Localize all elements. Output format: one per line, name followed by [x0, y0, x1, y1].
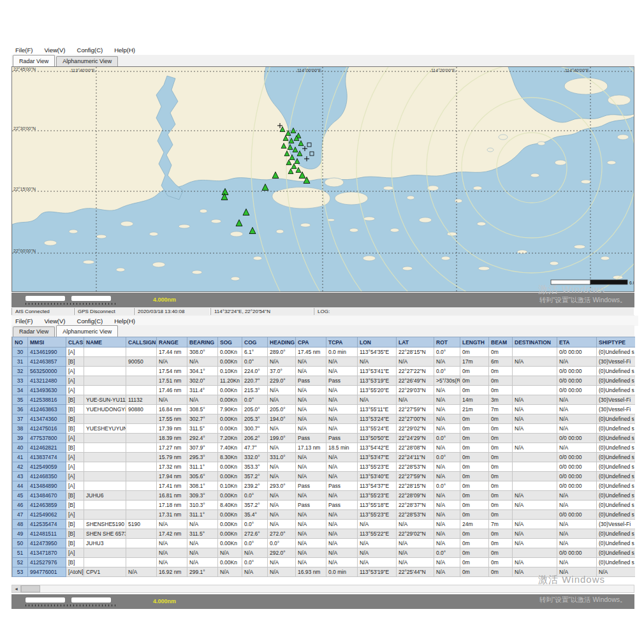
col-header-tcpa[interactable]: TCPA: [326, 337, 358, 348]
cell-class: [B]: [66, 414, 84, 424]
menu-file[interactable]: File(F): [15, 47, 33, 54]
island-ne-1: [564, 78, 608, 94]
slider-handle-right[interactable]: [71, 296, 111, 301]
small-island: [121, 221, 133, 226]
status-position: 114°32'24"E, 22°20'54"N: [210, 308, 314, 315]
map-canvas[interactable]: 22°45'00"N22°30'00"N22°15'00"N22°00'00"N…: [12, 67, 634, 291]
col-header-beam[interactable]: BEAM: [489, 337, 513, 348]
col-header-range[interactable]: RANGE: [157, 337, 187, 348]
cell-beam: 0m: [489, 462, 513, 472]
table-row[interactable]: 48412535474[B]SHENSHE51905190N/AN/A0.00K…: [13, 520, 636, 529]
col-header-class[interactable]: CLASS: [66, 337, 84, 348]
table-row[interactable]: 31412463857[B]90050N/AN/A0.00Kn0.0°N/AN/…: [13, 357, 636, 367]
table-row[interactable]: 45413484670[B]JUHU616.81 nm309.3°0.00Kn0…: [13, 491, 636, 501]
col-header-bearing[interactable]: BEARING: [187, 337, 218, 348]
cell-shiptype: (0)Undefined s: [597, 367, 636, 376]
slider-handle-left[interactable]: [26, 296, 65, 301]
cell-heading: 205.0°: [268, 405, 296, 414]
cell-cpa: Pass: [296, 481, 326, 491]
menu-bar-top: File(F) View(V) Config(C) Help(H): [11, 45, 638, 55]
col-header-rot[interactable]: ROT: [434, 337, 460, 348]
range-slider[interactable]: [26, 295, 116, 305]
small-island: [617, 135, 629, 140]
cell-cog: 332.0°: [242, 453, 268, 462]
table-row[interactable]: 41413837474[A]15.79 nm295.3°8.30Kn332.0°…: [13, 453, 636, 462]
cell-cpa: N/A: [296, 424, 326, 434]
cell-cpa: N/A: [296, 520, 326, 529]
table-row[interactable]: 40412462821[B]17.27 nm307.9°7.40Kn47.7°N…: [13, 443, 636, 453]
table-row[interactable]: 38412475016[B]YUESHEYUYUN17.39 nm311.5°0…: [13, 424, 636, 434]
table-row[interactable]: 51413471870[A]N/AN/AN/AN/A292.0°N/AN/AN/…: [13, 548, 636, 558]
small-island: [200, 209, 207, 213]
table-row[interactable]: 34413493630[A]17.46 nm311.4°0.00Kn215.3°…: [13, 386, 636, 395]
table-row[interactable]: 39477537800[A]18.39 nm292.4°7.20Kn206.2°…: [13, 434, 636, 443]
cell-cpa: N/A: [296, 405, 326, 414]
cell-bearing: N/A: [187, 520, 218, 529]
table-row[interactable]: 33413212480[A]17.51 nm302.0°11.20Kn220.7…: [13, 376, 636, 386]
col-header-eta[interactable]: ETA: [557, 337, 597, 348]
table-row[interactable]: 46412463859[B]17.18 nm310.3°8.40Kn357.2°…: [13, 501, 636, 510]
col-header-shiptype[interactable]: SHIPTYPE: [597, 337, 636, 348]
small-island: [116, 268, 125, 272]
table-row[interactable]: 42412549059[A]17.32 nm311.1°0.00Kn353.3°…: [13, 462, 636, 472]
menu-help[interactable]: Help(H): [114, 47, 135, 54]
cell-length: 0m: [460, 558, 489, 567]
lat-label: 22°45'00"N: [13, 67, 36, 71]
tab-radar-view[interactable]: Radar View: [13, 326, 55, 337]
tab-radar-view[interactable]: Radar View: [13, 55, 55, 67]
cell-no: 45: [13, 491, 28, 501]
table-row[interactable]: 35412538816[B]YUE-SUN-YU11111132N/AN/A0.…: [13, 395, 636, 405]
col-header-lat[interactable]: LAT: [397, 337, 434, 348]
col-header-no[interactable]: NO: [13, 337, 28, 348]
cell-mmsi: 413493630: [28, 386, 66, 395]
slider-handle-left[interactable]: [26, 597, 65, 603]
cell-class: [A]: [66, 434, 84, 443]
col-header-callsign[interactable]: CALLSIGN: [126, 337, 157, 348]
cell-tcpa: Pass: [326, 434, 358, 443]
cell-length: 24m: [460, 520, 489, 529]
col-header-cpa[interactable]: CPA: [296, 337, 326, 348]
table-row[interactable]: 43412468350[A]17.94 nm305.6°0.00Kn357.2°…: [13, 472, 636, 481]
cell-range: 18.39 nm: [157, 434, 187, 443]
range-slider[interactable]: [26, 597, 116, 606]
cell-eta: 0/0 00:00: [557, 376, 597, 386]
scrollbar-thumb[interactable]: [21, 585, 40, 592]
table-row[interactable]: 37413474360[B]17.55 nm302.7°0.00Kn205.3°…: [13, 414, 636, 424]
table-row[interactable]: 30413461990[A]17.44 nm308.0°0.00Kn6.1°28…: [13, 348, 636, 357]
col-header-destination[interactable]: DESTINATION: [513, 337, 557, 348]
tab-alphanumeric-view[interactable]: Alphanumeric View: [56, 325, 118, 337]
col-header-cog[interactable]: COG: [242, 337, 268, 348]
col-header-lon[interactable]: LON: [358, 337, 397, 348]
cell-tcpa: N/A: [326, 539, 358, 548]
radar-map[interactable]: 22°45'00"N22°30'00"N22°15'00"N22°00'00"N…: [11, 66, 634, 292]
tab-alphanumeric-view[interactable]: Alphanumeric View: [56, 56, 118, 66]
col-header-mmsi[interactable]: MMSI: [28, 337, 66, 348]
table-row[interactable]: 50412473950[B]JUHU3N/AN/A0.00Kn0.0°0.0°N…: [13, 539, 636, 548]
table-row[interactable]: 47412549062[A]17.31 nm311.1°0.00Kn35.4°N…: [13, 510, 636, 520]
table-row[interactable]: 44413484890[A]17.41 nm308.1°0.10Kn239.2°…: [13, 481, 636, 491]
table-row[interactable]: 49412481511[B]SHEN SHE 657317.42 nm311.5…: [13, 529, 636, 539]
small-island: [607, 161, 616, 165]
table-row[interactable]: 36412463863[B]YUEHUDONGYL9088016.84 nm30…: [13, 405, 636, 414]
cell-sog: 8.40Kn: [218, 501, 242, 510]
menu-view[interactable]: View(V): [44, 318, 65, 325]
col-header-heading[interactable]: HEADING: [268, 337, 296, 348]
col-header-sog[interactable]: SOG: [218, 337, 242, 348]
menu-help[interactable]: Help(H): [114, 318, 135, 325]
cell-callsign: [126, 548, 157, 558]
slider-handle-right[interactable]: [71, 597, 111, 603]
col-header-length[interactable]: LENGTH: [460, 337, 489, 348]
scroll-left-arrow-icon[interactable]: ◄: [12, 585, 21, 592]
menu-config[interactable]: Config(C): [77, 47, 103, 54]
cell-cog: 205.3°: [242, 414, 268, 424]
cell-beam: 0m: [489, 567, 513, 577]
table-row[interactable]: 52412527976[B]N/AN/A0.00Kn0.0°N/AN/AN/AN…: [13, 558, 636, 567]
menu-view[interactable]: View(V): [44, 47, 65, 54]
col-header-name[interactable]: NAME: [84, 337, 126, 348]
cell-mmsi: 412475016: [28, 424, 66, 434]
cell-cog: 0.0°: [242, 491, 268, 501]
menu-config[interactable]: Config(C): [77, 318, 103, 325]
table-row[interactable]: 32563250000[A]17.54 nm304.1°0.10Kn224.0°…: [13, 367, 636, 376]
cell-shiptype: (30)Vessel-Fi: [597, 405, 636, 414]
menu-file[interactable]: File(F): [15, 318, 33, 325]
